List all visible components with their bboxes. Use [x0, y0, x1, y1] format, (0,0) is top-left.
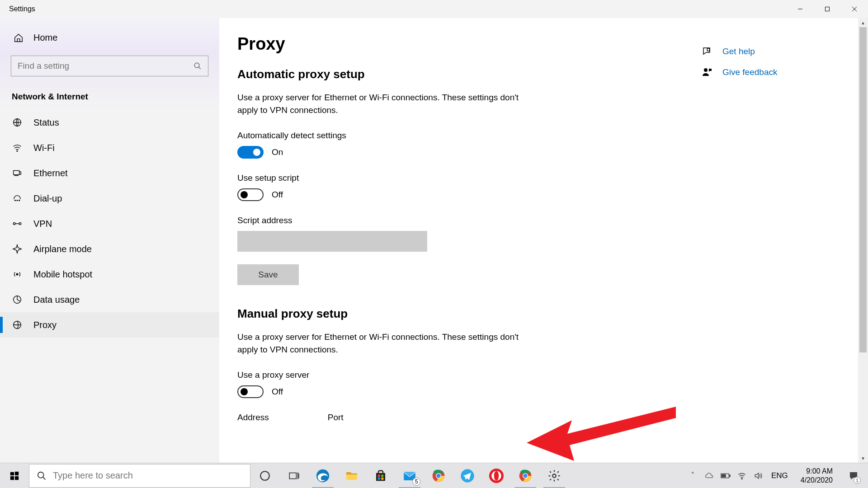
svg-rect-32 [378, 474, 380, 477]
taskbar-search[interactable] [29, 464, 250, 488]
sidebar-item-vpn[interactable]: VPN [0, 211, 219, 236]
sidebar-item-datausage[interactable]: Data usage [0, 287, 219, 312]
home-link[interactable]: Home [0, 26, 219, 49]
start-button[interactable] [0, 463, 29, 488]
setup-script-label: Use setup script [237, 173, 845, 183]
svg-point-42 [494, 471, 499, 480]
minimize-button[interactable] [787, 0, 814, 18]
svg-point-17 [707, 48, 710, 51]
address-label: Address [237, 413, 269, 422]
taskview-button[interactable] [279, 463, 308, 488]
detect-settings-state: On [272, 147, 283, 157]
maximize-button[interactable] [814, 0, 841, 18]
sidebar-item-proxy[interactable]: Proxy [0, 312, 219, 338]
taskbar-app-chrome2[interactable] [511, 463, 540, 488]
content-pane: Proxy Automatic proxy setup Use a proxy … [219, 18, 868, 463]
svg-point-26 [260, 471, 269, 480]
svg-point-38 [436, 474, 440, 478]
annotation-arrow [527, 402, 680, 463]
volume-icon[interactable] [752, 471, 764, 480]
detect-settings-toggle[interactable] [237, 146, 264, 159]
dialup-icon [12, 193, 23, 204]
battery-icon[interactable] [720, 473, 731, 479]
svg-rect-23 [15, 476, 19, 479]
help-icon [701, 45, 713, 58]
taskbar-app-chrome[interactable] [424, 463, 453, 488]
scroll-thumb[interactable] [859, 27, 867, 352]
svg-rect-34 [378, 477, 380, 479]
clock[interactable]: 9:00 AM 4/20/2020 [795, 467, 838, 485]
sidebar-item-airplane[interactable]: Airplane mode [0, 236, 219, 262]
section-manual-desc: Use a proxy server for Ethernet or Wi-Fi… [237, 331, 527, 356]
taskbar-app-mail[interactable]: 5 [395, 463, 424, 488]
sidebar-item-wifi[interactable]: Wi-Fi [0, 135, 219, 160]
svg-rect-48 [729, 475, 730, 477]
svg-point-46 [552, 474, 556, 478]
cortana-button[interactable] [250, 463, 279, 488]
setup-script-toggle[interactable] [237, 188, 264, 201]
svg-rect-22 [10, 476, 14, 479]
sidebar-item-hotspot[interactable]: Mobile hotspot [0, 262, 219, 287]
svg-rect-33 [381, 474, 383, 477]
scrollbar[interactable]: ▲ ▼ [858, 18, 868, 463]
svg-point-4 [194, 63, 199, 68]
give-feedback-link[interactable]: Give feedback [701, 66, 836, 79]
section-manual-heading: Manual proxy setup [237, 307, 845, 321]
svg-point-14 [16, 273, 18, 275]
sidebar-item-label: Status [33, 117, 59, 128]
svg-point-50 [741, 478, 742, 479]
script-address-input[interactable] [237, 231, 427, 252]
sidebar-section-header: Network & Internet [0, 89, 219, 110]
mail-badge: 5 [412, 478, 420, 486]
wifi-tray-icon[interactable] [736, 471, 748, 480]
window-controls [787, 0, 868, 18]
taskbar-app-explorer[interactable] [337, 463, 366, 488]
use-proxy-label: Use a proxy server [237, 370, 845, 380]
sidebar: Home Network & Internet Status Wi-Fi Eth… [0, 18, 219, 463]
close-button[interactable] [841, 0, 868, 18]
svg-rect-20 [10, 472, 14, 475]
search-icon [37, 471, 47, 481]
get-help-link[interactable]: Get help [701, 45, 836, 58]
taskbar-app-opera[interactable] [482, 463, 511, 488]
detect-settings-label: Automatically detect settings [237, 131, 845, 141]
sidebar-item-dialup[interactable]: Dial-up [0, 186, 219, 211]
scroll-up-icon[interactable]: ▲ [858, 18, 868, 27]
wifi-icon [12, 142, 23, 153]
search-icon [193, 62, 202, 70]
sidebar-item-status[interactable]: Status [0, 110, 219, 135]
proxy-icon [12, 319, 23, 330]
notification-badge: 1 [854, 477, 861, 484]
taskbar-app-telegram[interactable] [453, 463, 482, 488]
language-indicator[interactable]: ENG [769, 471, 791, 480]
sidebar-item-ethernet[interactable]: Ethernet [0, 160, 219, 186]
svg-rect-8 [14, 171, 19, 175]
window-title: Settings [9, 5, 35, 13]
onedrive-icon[interactable] [703, 471, 715, 480]
svg-line-5 [198, 67, 201, 69]
sidebar-item-label: Data usage [33, 295, 80, 305]
hotspot-icon [12, 269, 23, 280]
scroll-down-icon[interactable]: ▼ [858, 454, 868, 463]
use-proxy-toggle[interactable] [237, 385, 264, 398]
settings-search-input[interactable] [18, 61, 193, 71]
system-tray: ˄ ENG 9:00 AM 4/20/2020 1 [687, 463, 868, 488]
save-button[interactable]: Save [237, 264, 299, 285]
setup-script-state: Off [272, 190, 283, 200]
settings-search[interactable] [11, 56, 208, 76]
taskbar-app-store[interactable] [366, 463, 395, 488]
data-usage-icon [12, 294, 23, 305]
section-automatic-desc: Use a proxy server for Ethernet or Wi-Fi… [237, 91, 527, 116]
taskbar-search-input[interactable] [53, 470, 243, 481]
taskbar-app-settings[interactable] [540, 463, 569, 488]
action-center-button[interactable]: 1 [843, 463, 864, 488]
taskbar-app-edge[interactable] [308, 463, 337, 488]
vpn-icon [12, 218, 23, 229]
feedback-icon [701, 66, 713, 79]
svg-rect-35 [381, 477, 383, 479]
tray-overflow-icon[interactable]: ˄ [687, 471, 699, 480]
svg-rect-1 [826, 7, 830, 11]
svg-point-18 [704, 68, 708, 72]
titlebar: Settings [0, 0, 868, 18]
svg-point-7 [17, 150, 18, 151]
